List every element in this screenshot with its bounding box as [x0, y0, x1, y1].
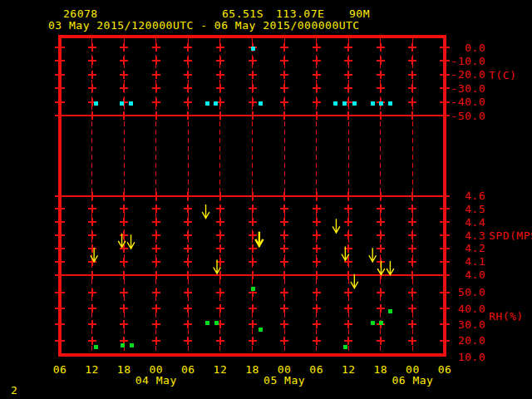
timeseries-plot: 0.0-10.0-20.0-30.0-40.0-50.04.64.54.44.3… — [0, 0, 532, 399]
time-axis-tick-label: 06 — [309, 363, 323, 376]
temperature-tick-label: -10.0 — [451, 55, 485, 67]
humidity-point — [214, 321, 219, 325]
temperature-point — [388, 101, 392, 106]
humidity-point — [130, 343, 134, 347]
wind-speed-tick-label: 4.3 — [465, 229, 485, 242]
temperature-tick-label: -30.0 — [451, 82, 485, 95]
humidity-point — [388, 309, 392, 313]
time-axis-tick-label: 18 — [117, 363, 131, 376]
wind-arrow — [387, 262, 393, 275]
wind-speed-tick-label: 4.0 — [465, 268, 485, 281]
humidity-point — [343, 345, 347, 349]
humidity-point — [379, 321, 383, 325]
temperature-point — [251, 47, 255, 51]
wind-speed-tick-label: 4.2 — [465, 242, 485, 254]
temperature-point — [205, 101, 209, 106]
humidity-point — [94, 345, 98, 349]
temperature-tick-label: 0.0 — [465, 42, 485, 54]
wind-speed-tick-label: 4.5 — [465, 203, 485, 215]
temperature-tick-label: -40.0 — [451, 96, 485, 108]
humidity-point — [371, 321, 375, 325]
wind-arrow — [203, 205, 209, 219]
humidity-tick-label: 20.0 — [458, 334, 485, 347]
temperature-point — [94, 101, 98, 106]
time-axis-tick-label: 06 — [438, 363, 452, 376]
time-axis-tick-label: 06 — [53, 363, 67, 376]
wind-speed-tick-label: 4.4 — [465, 216, 485, 229]
time-axis-tick-label: 18 — [374, 363, 388, 376]
humidity-point — [251, 287, 255, 291]
wind-arrow — [351, 275, 357, 288]
temperature-axis-label: T(C) — [489, 70, 516, 81]
time-axis-tick-label: 12 — [342, 363, 356, 376]
page-number: 2 — [11, 385, 17, 396]
date-label: 04 May — [135, 374, 177, 387]
temperature-point — [120, 101, 124, 106]
humidity-tick-label: 50.0 — [458, 286, 485, 298]
humidity-point — [121, 343, 125, 347]
humidity-tick-label: 10.0 — [458, 351, 485, 363]
wind-speed-axis-label: SPD(MPS) — [489, 230, 532, 241]
wind-arrow — [377, 262, 384, 275]
nwx-upper-air-timeseries-screen: 26078 65.51S 113.07E 90M 03 May 2015/120… — [0, 0, 532, 399]
temperature-point — [371, 101, 375, 106]
wind-arrow — [369, 249, 376, 262]
humidity-axis-label: RH(%) — [489, 311, 524, 322]
time-axis-tick-label: 18 — [245, 363, 259, 376]
time-axis-tick-label: 06 — [181, 363, 195, 376]
temperature-point — [342, 101, 347, 106]
date-label: 05 May — [264, 374, 305, 387]
temperature-point — [352, 101, 357, 106]
temperature-point — [129, 101, 133, 106]
temperature-point — [214, 101, 218, 106]
temperature-point — [259, 101, 263, 106]
wind-speed-tick-label: 4.6 — [465, 190, 485, 202]
temperature-point — [333, 101, 337, 106]
wind-speed-tick-label: 4.1 — [465, 255, 485, 268]
wind-arrow — [256, 233, 263, 246]
wind-arrow — [332, 219, 339, 233]
temperature-tick-label: -50.0 — [451, 110, 485, 122]
date-label: 06 May — [392, 374, 433, 387]
time-axis-tick-label: 12 — [214, 363, 228, 376]
humidity-tick-label: 40.0 — [458, 303, 485, 315]
humidity-tick-label: 30.0 — [458, 318, 485, 331]
wind-arrow — [128, 235, 135, 249]
temperature-point — [379, 101, 383, 106]
humidity-point — [205, 321, 209, 325]
time-axis-tick-label: 12 — [85, 363, 99, 376]
temperature-tick-label: -20.0 — [451, 68, 485, 81]
humidity-point — [259, 328, 263, 332]
